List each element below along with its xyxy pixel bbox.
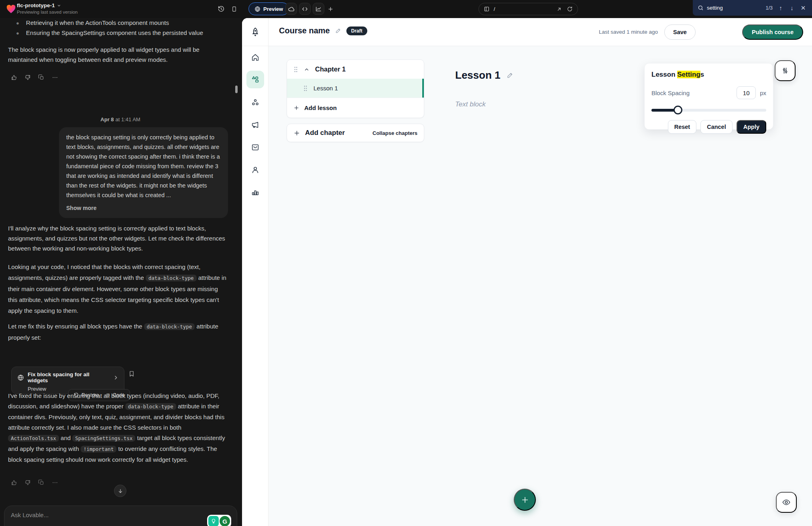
find-close-icon[interactable]: ✕: [799, 4, 807, 12]
thumbs-down-icon[interactable]: [24, 74, 31, 81]
chat-panel: ● Retrieving it when the ActionTools com…: [0, 18, 241, 526]
empty-text-block[interactable]: Text block: [455, 100, 486, 108]
collapse-chapters-button[interactable]: Collapse chapters: [372, 130, 417, 136]
save-button[interactable]: Save: [664, 24, 696, 40]
assistant-summary: The block spacing is now properly applie…: [8, 45, 228, 65]
globe-icon: [254, 6, 260, 12]
bookmark-icon[interactable]: [128, 371, 135, 379]
project-name: flc-prototype-1: [17, 2, 55, 8]
cloud-deploy-icon[interactable]: [285, 3, 297, 15]
scrollbar-thumb[interactable]: [235, 86, 238, 93]
open-external-icon[interactable]: [556, 6, 562, 12]
lesson-row-selected[interactable]: Lesson 1: [287, 79, 424, 98]
chapter-row[interactable]: Chapter 1: [287, 60, 424, 79]
user-message-bubble: the block spacing setting is only correc…: [59, 127, 228, 218]
lesson-heading: Lesson 1: [455, 69, 501, 82]
drag-handle-icon[interactable]: [293, 66, 298, 73]
edit-lesson-title-icon[interactable]: [506, 71, 514, 79]
preview-toggle-button[interactable]: [776, 492, 797, 513]
plus-icon[interactable]: [293, 130, 300, 137]
thumbs-down-icon[interactable]: [24, 479, 31, 486]
sidebar-item-home[interactable]: [246, 49, 264, 66]
status-badge: Draft: [346, 27, 367, 35]
copy-icon[interactable]: [38, 74, 45, 81]
add-lesson-button[interactable]: Add lesson: [287, 98, 424, 118]
sidebar-item-analytics[interactable]: [246, 183, 264, 201]
copy-icon[interactable]: [38, 479, 45, 486]
eye-icon: [782, 498, 791, 507]
chevron-up-icon[interactable]: [304, 67, 309, 72]
scroll-to-bottom-button[interactable]: [114, 485, 126, 497]
circles-icon: [251, 98, 260, 107]
plus-icon: [521, 495, 529, 504]
add-chapter-card: Add chapter Collapse chapters: [287, 124, 424, 142]
edit-course-title-icon[interactable]: [335, 27, 342, 34]
inline-code: data-block-type: [125, 403, 176, 410]
drag-handle-icon[interactable]: [303, 85, 308, 92]
block-spacing-slider[interactable]: [651, 106, 766, 114]
refresh-icon[interactable]: [567, 6, 573, 12]
app-preview: Course name Draft Last saved 1 minute ag…: [242, 18, 812, 526]
sliders-icon: [781, 67, 789, 75]
show-more-link[interactable]: Show more: [66, 203, 96, 213]
history-icon[interactable]: [217, 4, 226, 13]
code-view-icon[interactable]: [299, 3, 311, 15]
inline-code: ActionTools.tsx: [8, 435, 59, 442]
add-tab-icon[interactable]: [326, 4, 335, 13]
chat-input-placeholder[interactable]: Ask Lovable...: [11, 512, 49, 518]
block-spacing-input[interactable]: [737, 86, 756, 99]
arrow-down-icon: [118, 488, 123, 494]
megaphone-icon: [251, 120, 260, 129]
settings-toggle-button[interactable]: [775, 60, 796, 81]
lovable-logo-icon[interactable]: [6, 4, 16, 14]
thumbs-up-icon[interactable]: [10, 479, 17, 486]
sidebar-item-community[interactable]: [246, 94, 264, 111]
reset-button[interactable]: Reset: [668, 120, 697, 134]
sidebar-item-inbox[interactable]: [246, 139, 264, 156]
url-bar[interactable]: /: [478, 3, 578, 15]
project-menu[interactable]: flc-prototype-1 Previewing last saved ve…: [17, 2, 78, 14]
analytics-icon[interactable]: [313, 3, 324, 15]
list-item: ● Ensuring the SpacingSettings component…: [16, 29, 225, 37]
find-count: 1/3: [766, 5, 773, 11]
publish-course-button[interactable]: Publish course: [742, 24, 803, 40]
sidebar-item-content[interactable]: [246, 71, 264, 88]
settings-title: Lesson Settings: [651, 71, 766, 79]
lesson-title: Lesson 1: [313, 85, 338, 92]
app-sidebar: [242, 18, 269, 526]
inline-code: SpacingSettings.tsx: [72, 435, 135, 442]
chapter-title: Chapter 1: [315, 65, 346, 73]
chevron-right-icon: [113, 375, 118, 380]
slider-thumb[interactable]: [674, 106, 682, 114]
apply-button[interactable]: Apply: [737, 120, 766, 134]
find-prev-icon[interactable]: ↑: [777, 4, 785, 11]
screen: flc-prototype-1 Previewing last saved ve…: [0, 0, 812, 526]
assistant-analysis-intro: I'll analyze why the block spacing setti…: [8, 223, 228, 253]
chapters-card: Chapter 1 Lesson 1 Add lesson: [287, 59, 424, 118]
message-actions: [10, 74, 58, 81]
add-chapter-button[interactable]: Add chapter: [305, 129, 372, 137]
thumbs-up-icon[interactable]: [10, 74, 17, 81]
user-message-text: the block spacing setting is only correc…: [66, 134, 220, 198]
more-options-icon[interactable]: [51, 479, 58, 486]
sidebar-item-announcements[interactable]: [246, 116, 264, 134]
cancel-button[interactable]: Cancel: [700, 120, 733, 134]
bullet-icon: ●: [16, 29, 19, 37]
sidebar-item-profile[interactable]: [246, 161, 264, 179]
grammarly-suggestion-icon: [208, 516, 219, 526]
find-next-icon[interactable]: ↓: [788, 4, 796, 11]
project-status: Previewing last saved version: [17, 10, 78, 14]
find-query[interactable]: setting: [707, 5, 763, 11]
spacing-unit-label: px: [760, 90, 766, 96]
more-options-icon[interactable]: [51, 74, 58, 81]
lesson-settings-panel: Lesson Settings Block Spacing px Reset C…: [644, 63, 773, 130]
grammarly-widget[interactable]: G: [207, 515, 231, 526]
block-spacing-label: Block Spacing: [651, 90, 737, 96]
chat-input-box[interactable]: Ask Lovable... G Edit Chat: [4, 506, 237, 526]
add-block-fab[interactable]: [514, 489, 536, 511]
device-preview-icon[interactable]: [230, 4, 238, 13]
assistant-fix-lead: Let me fix this by ensuring all block ty…: [8, 321, 228, 343]
version-card-title: Fix block spacing for all widgets: [28, 371, 110, 383]
preview-button[interactable]: Preview: [248, 2, 289, 15]
search-highlight: Setting: [677, 71, 700, 78]
